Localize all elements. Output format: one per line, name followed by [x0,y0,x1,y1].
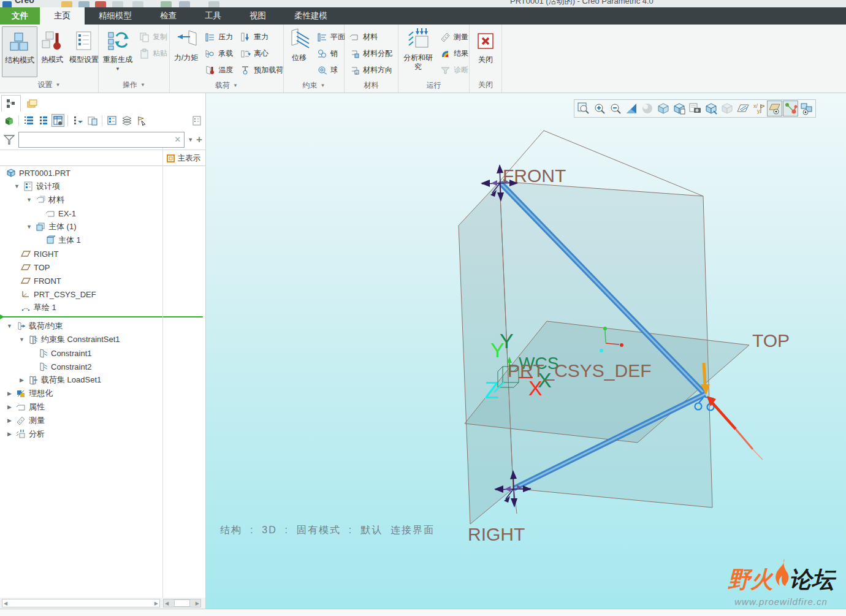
show-list-icon[interactable] [105,114,118,127]
tab-home[interactable]: 主页 [40,7,85,25]
thermal-mode-button[interactable]: 热模式 [39,26,66,77]
tree-item-right-plane[interactable]: RIGHT [0,247,205,260]
group-dropdown-icon[interactable]: ▼ [56,82,61,88]
diagnostics-button[interactable]: 诊断 [437,62,471,78]
tree-item-bodies[interactable]: ▼ 主体 (1) [0,220,205,234]
temperature-button[interactable]: 温度 [202,62,236,78]
tree-item-part[interactable]: PRT0001.PRT [0,166,205,180]
zoom-region-icon[interactable] [576,101,591,116]
windows-icon[interactable] [179,1,190,7]
shading-icon[interactable] [639,101,655,116]
shade-with-edges-icon[interactable] [671,101,687,116]
tree-item-materials[interactable]: ▼ 材料 [0,193,205,207]
regenerate-icon[interactable] [161,1,172,7]
material-button[interactable]: 材料 [346,29,395,45]
close-button[interactable]: 关闭 [472,26,499,77]
model-setup-button[interactable]: 模型设置 [67,26,101,77]
group-label-loads[interactable]: 载荷▼ [170,78,283,93]
redo-icon[interactable] [132,1,143,7]
tree-item-loads-constraints[interactable]: ▼ 载荷/约束 [0,319,205,333]
front-plane-label[interactable]: FRONT [503,165,566,186]
tree-item-top-plane[interactable]: TOP [0,260,205,274]
tab-flex-modeling[interactable]: 柔性建模 [280,7,341,25]
tree-item-csys[interactable]: PRT_CSYS_DEF [0,287,205,301]
top-plane-label[interactable]: TOP [752,330,790,351]
select-flag-icon[interactable] [135,114,148,127]
clear-search-icon[interactable]: ✕ [174,135,181,144]
tree-filter-icon[interactable] [71,114,84,127]
centrifugal-button[interactable]: 离心 [237,45,286,62]
search-dropdown-icon[interactable]: ▼ [188,137,193,143]
tree-item-properties[interactable]: ▶ 属性 [0,400,205,414]
annotation-display-icon[interactable]: x/y, [751,101,766,116]
tab-inspect[interactable]: 检查 [146,7,191,25]
tree-item-idealizations[interactable]: ▶ 理想化 [0,387,205,400]
group-label-settings[interactable]: 设置▼ [0,77,98,93]
analyses-studies-button[interactable]: 分析和研究 [400,26,436,78]
display-style-icon[interactable] [655,101,671,116]
force-moment-button[interactable]: 力/力矩 [172,26,200,78]
model-tree-tab[interactable] [1,95,21,112]
displacement-button[interactable]: 位移 [286,26,313,78]
copy-button[interactable]: 复制 [136,29,170,45]
group-dropdown-icon[interactable]: ▼ [140,82,145,88]
open-icon[interactable] [61,1,72,7]
zoom-out-icon[interactable] [608,101,623,116]
tree-item-constraint1[interactable]: Constraint1 [0,346,205,360]
column-hscrollbar[interactable]: ◀▶ [163,599,201,607]
save-icon[interactable] [78,1,90,7]
tree-item-load-set[interactable]: ▶ 载荷集 LoadSet1 [0,373,205,387]
bearing-button[interactable]: 承载 [202,45,236,62]
tree-doc-icon[interactable] [190,114,203,127]
zoom-in-icon[interactable] [592,101,607,116]
plane-constraint-button[interactable]: 平面 [314,29,348,45]
graphics-viewport[interactable]: Y Y X X Z WCS PRT_CSYS_DEF FRONT TOP RIG… [206,93,846,609]
pressure-button[interactable]: 压力 [202,29,236,45]
tree-item-constraint2[interactable]: Constraint2 [0,360,205,373]
measure-button[interactable]: 测量 [437,29,471,45]
folder-browser-tab[interactable] [22,95,42,112]
tree-item-front-plane[interactable]: FRONT [0,274,205,287]
spin-center-icon[interactable] [783,101,798,116]
edit-icon[interactable] [95,1,106,7]
tree-item-design-items[interactable]: ▼ 设计项 [0,180,205,193]
tree-item-body1[interactable]: 主体 1 [0,234,205,247]
primary-rep-label[interactable]: 主表示 [178,153,201,164]
right-plane-label[interactable]: RIGHT [468,524,525,544]
group-label-operations[interactable]: 操作▼ [99,77,169,93]
view-normal-icon[interactable] [703,101,718,116]
material-assign-button[interactable]: 材料分配 [346,45,395,62]
model-tree-icon[interactable] [2,114,15,127]
paste-button[interactable]: 粘贴 [136,45,170,62]
add-filter-icon[interactable]: + [196,134,202,146]
group-dropdown-icon[interactable]: ▼ [321,83,326,88]
tree-item-analyses[interactable]: ▶ 分析 [0,427,205,441]
tree-settings-icon[interactable] [86,114,99,127]
tree-item-sketch[interactable]: 草绘 1 [0,301,205,314]
display-options-icon[interactable] [799,101,814,116]
preload-button[interactable]: 预加载荷 [237,62,286,78]
structure-mode-button[interactable]: 结构模式 [2,26,37,77]
tab-refine-model[interactable]: 精细模型 [85,7,146,25]
ball-constraint-button[interactable]: 球 [314,62,348,78]
tree-insert-divider[interactable] [0,314,205,319]
group-dropdown-icon[interactable]: ▼ [233,83,238,88]
hidden-line-icon[interactable] [719,101,734,116]
layers-icon[interactable] [120,114,133,127]
gravity-button[interactable]: 重力 [237,29,286,45]
filter-funnel-icon[interactable] [3,134,15,146]
plane-display-icon[interactable] [767,101,782,116]
tree-search-input[interactable]: ✕ [18,132,185,148]
tree-collapse-icon[interactable] [37,114,50,127]
tree-item-material-ex1[interactable]: EX-1 [0,207,205,220]
tab-file[interactable]: 文件 [0,7,40,25]
tree-column-divider[interactable] [162,148,163,598]
tree-item-measures[interactable]: ▶ 测量 [0,414,205,427]
material-orientation-button[interactable]: 2 材料方向 [346,62,395,78]
tab-view[interactable]: 视图 [235,7,280,25]
pin-constraint-button[interactable]: 销 [314,45,348,62]
refit-icon[interactable] [623,101,639,116]
tree-columns-icon[interactable] [51,114,64,127]
group-label-constraints[interactable]: 约束▼ [284,78,344,93]
tree-hscrollbar[interactable]: ◀▶ [2,599,160,607]
